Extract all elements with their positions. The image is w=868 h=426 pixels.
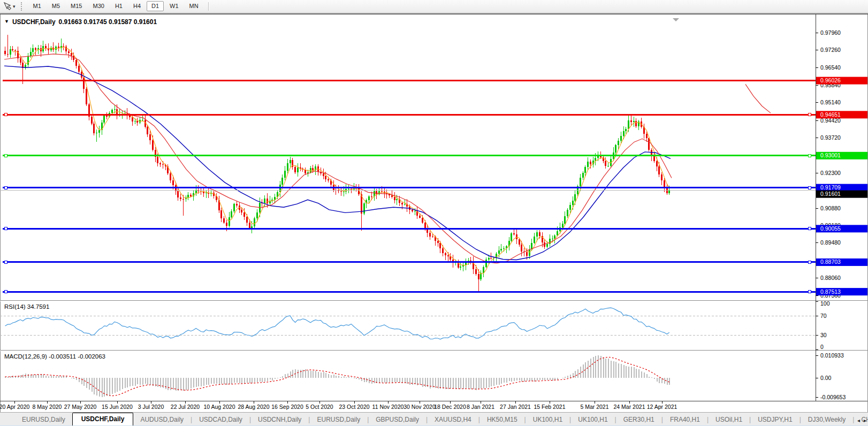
chart-window[interactable]: 0.979600.972600.965400.958400.951400.944… (0, 13, 868, 412)
line-handle (808, 227, 811, 230)
crosshair-cursor-icon[interactable] (2, 2, 12, 11)
chart-symbol-label: USDCHF,Daily (12, 18, 56, 26)
chart-tab-usdjpy-h1[interactable]: USDJPY,H1 (751, 414, 799, 426)
timeframe-button-m30[interactable]: M30 (88, 1, 109, 11)
chart-tab-eurusd-daily[interactable]: EURUSD,Daily (15, 414, 72, 426)
date-tick-label: 8 May 2020 (33, 404, 62, 410)
chart-ohlc-values: 0.91663 0.91745 0.91587 0.91601 (59, 18, 157, 26)
date-tick-label: 15 Feb 2021 (534, 404, 566, 410)
price-badge-label: 0.91709 (820, 184, 841, 191)
shift-marker (673, 18, 679, 21)
collapse-ohlc-icon[interactable]: ▼ (4, 19, 9, 24)
chart-tab-gbpusd-daily[interactable]: GBPUSD,Daily (369, 414, 426, 426)
price-tick-label: 0.93720 (820, 134, 841, 141)
price-badge-label: 0.94651 (820, 111, 841, 118)
date-tick-label: 5 Oct 2020 (306, 404, 333, 410)
macd-tick-label: -0.009653 (820, 394, 846, 400)
timeframe-button-mn[interactable]: MN (185, 1, 203, 11)
macd-tick-label: 0.010933 (820, 352, 844, 359)
ma-shifted-red-segment (745, 84, 771, 113)
date-tick-label: 10 Aug 2020 (204, 404, 235, 410)
chart-tab-usdcnh-daily[interactable]: USDCNH,Daily (251, 414, 308, 426)
date-tick-label: 27 Jan 2021 (500, 404, 531, 410)
date-tick-label: 30 Nov 2020 (403, 404, 436, 410)
toolbar-separator (208, 2, 209, 11)
date-tick-label: 16 Sep 2020 (271, 404, 303, 410)
line-handle (808, 261, 811, 263)
line-handle (808, 113, 811, 116)
tool-dropdown-icon[interactable]: ▾ (13, 4, 16, 9)
chart-tab-fra40-h1[interactable]: FRA40,H1 (663, 414, 707, 426)
price-tick-label: 0.89480 (820, 239, 841, 246)
date-tick-label: 22 Jul 2020 (171, 404, 200, 410)
chart-tab-uk100-h1[interactable]: UK100,H1 (571, 414, 614, 426)
rsi-tick-label: 100 (820, 300, 830, 307)
chart-frame (0, 14, 868, 401)
macd-panel: 0.0109330.00-0.009653MACD(12,26,9) -0.00… (4, 352, 846, 400)
price-tick-label: 0.97960 (820, 29, 841, 36)
chart-tab-uk100-h1[interactable]: UK100,H1 (526, 414, 569, 426)
line-handle (4, 227, 7, 230)
chart-shift-marker-icon (673, 18, 679, 21)
rsi-tick-label: 0 (820, 344, 824, 350)
line-handle (4, 261, 7, 263)
chart-tab-bar: EURUSD,DailyUSDCHF,DailyAUDUSD,Daily|USD… (0, 412, 868, 426)
price-tick-label: 0.90880 (820, 205, 841, 211)
chart-tab-hk50-m15[interactable]: HK50,M15 (480, 414, 524, 426)
ma-mid-red (4, 54, 672, 263)
chart-tab-xauusd-h4[interactable]: XAUUSD,H4 (428, 414, 478, 426)
price-badge-label: 0.90055 (820, 225, 841, 232)
timeframe-button-h4[interactable]: H4 (128, 1, 146, 11)
chart-tab-eurusd-daily[interactable]: EURUSD,Daily (310, 414, 367, 426)
chart-tab-audusd-daily[interactable]: AUDUSD,Daily (133, 414, 191, 426)
price-badge-label: 0.91601 (820, 191, 841, 197)
price-badge-label: 0.87513 (820, 288, 841, 295)
mt4-application: ▾ M1M5M15M30H1H4D1W1MN 0.979600.972600.9… (0, 0, 868, 426)
date-tick-label: 3 Jul 2020 (138, 404, 164, 410)
chart-tab-dj30-weekly[interactable]: DJ30,Weekly (801, 414, 852, 426)
macd-tick-label: 0.00 (820, 375, 832, 381)
date-tick-label: 20 Apr 2020 (0, 404, 29, 410)
price-axis: 0.979600.972600.965400.958400.951400.944… (816, 29, 841, 299)
candles-layer (4, 35, 670, 292)
chart-tab-ger30-h1[interactable]: GER30,H1 (616, 414, 661, 426)
timeframe-toolbar: ▾ M1M5M15M30H1H4D1W1MN (0, 0, 868, 13)
date-axis: 20 Apr 20208 May 202027 May 202015 Jun 2… (0, 401, 677, 410)
timeframe-button-m1[interactable]: M1 (28, 1, 46, 11)
date-tick-label: 11 Nov 2020 (372, 404, 404, 410)
rsi-indicator-label: RSI(14) 34.7591 (4, 303, 49, 310)
price-tick-label: 0.92300 (820, 170, 841, 176)
rsi-panel: 10070300RSI(14) 34.7591 (0, 300, 830, 350)
timeframe-button-h1[interactable]: H1 (110, 1, 127, 11)
timeframe-button-m15[interactable]: M15 (66, 1, 87, 11)
price-tick-label: 0.95140 (820, 99, 841, 105)
date-tick-label: 8 Jan 2021 (467, 404, 494, 410)
price-tick-label: 0.96540 (820, 64, 841, 71)
price-badge-label: 0.93001 (820, 152, 841, 158)
ma-slow-blue (4, 66, 671, 260)
timeframe-button-d1[interactable]: D1 (147, 1, 164, 11)
date-tick-label: 27 May 2020 (64, 404, 97, 410)
chart-tab-usoil-h1[interactable]: USOil,H1 (709, 414, 749, 426)
price-chart-canvas[interactable]: 0.979600.972600.965400.958400.951400.944… (0, 14, 868, 413)
price-badge-label: 0.96026 (820, 77, 841, 83)
date-tick-label: 23 Oct 2020 (339, 404, 369, 410)
rsi-line (5, 308, 669, 339)
tabs-scroll-left-icon[interactable]: ◂ (857, 417, 860, 423)
rsi-tick-label: 70 (820, 313, 827, 319)
tabs-scroll-right-icon[interactable]: ▸ (864, 417, 866, 423)
line-handle (4, 186, 7, 189)
timeframe-button-w1[interactable]: W1 (165, 1, 184, 11)
date-tick-label: 5 Mar 2021 (580, 404, 608, 410)
date-tick-label: 15 Jun 2020 (102, 404, 133, 410)
line-handle (808, 186, 811, 189)
price-badges: 0.960260.946510.930010.917090.900550.887… (816, 77, 868, 295)
chart-tab-usdchf-daily[interactable]: USDCHF,Daily (72, 413, 134, 426)
chart-tab-usdcad-daily[interactable]: USDCAD,Daily (192, 414, 249, 426)
price-tick-label: 0.88060 (820, 275, 841, 281)
toolbar-grip[interactable] (21, 2, 25, 11)
line-handle (808, 154, 811, 157)
line-handle (4, 291, 7, 293)
timeframe-button-m5[interactable]: M5 (47, 1, 65, 11)
price-tick-label: 0.97260 (820, 47, 841, 53)
